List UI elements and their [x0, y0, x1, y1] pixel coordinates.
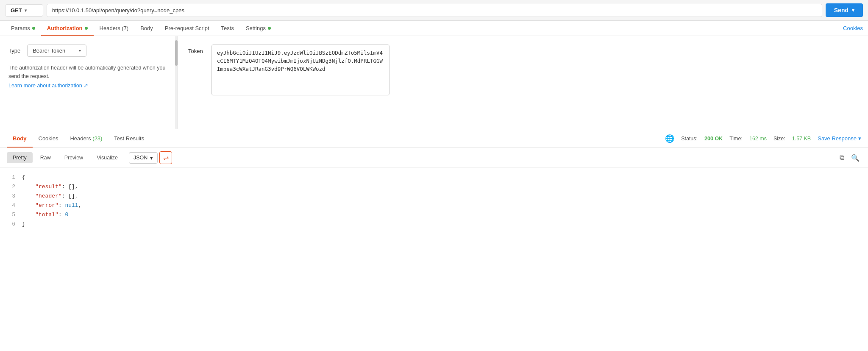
- code-line-1: 1 {: [7, 173, 861, 182]
- tab-settings-label: Settings: [246, 25, 266, 31]
- code-line-2: 2 "result": [],: [7, 182, 861, 192]
- resp-tab-body-label: Body: [13, 135, 27, 142]
- resp-tab-test-results-label: Test Results: [114, 135, 144, 142]
- tab-tests-label: Tests: [221, 25, 234, 31]
- code-line-4: 4 "error": null,: [7, 201, 861, 210]
- tab-body[interactable]: Body: [134, 21, 159, 36]
- save-response-chevron-icon: ▾: [858, 135, 861, 142]
- bearer-token-dropdown[interactable]: Bearer Token ▾: [27, 45, 86, 57]
- pretty-btn[interactable]: Pretty: [7, 152, 33, 163]
- visualize-btn[interactable]: Visualize: [91, 152, 124, 163]
- raw-btn[interactable]: Raw: [34, 152, 57, 163]
- bearer-chevron-icon: ▾: [79, 48, 81, 53]
- auth-right-panel: Token eyJhbGciOiJIUzI1NiJ9.eyJzdWliOiJBS…: [178, 36, 868, 129]
- auth-description: The authorization header will be automat…: [8, 64, 169, 81]
- left-scrollthumb[interactable]: [175, 40, 178, 66]
- status-label: Status:: [681, 136, 698, 142]
- format-chevron-icon: ▾: [150, 155, 153, 161]
- code-area[interactable]: 1 { 2 "result": [], 3 "header": [], 4 "e…: [0, 168, 868, 234]
- send-button[interactable]: Send ▾: [826, 3, 863, 17]
- resp-tab-cookies-label: Cookies: [39, 135, 58, 142]
- time-label: Time:: [729, 136, 743, 142]
- resp-tab-test-results[interactable]: Test Results: [108, 133, 150, 144]
- method-chevron-icon: ▾: [25, 8, 27, 13]
- send-chevron-icon: ▾: [852, 8, 854, 13]
- url-bar: GET ▾ Send ▾: [0, 0, 868, 21]
- save-response-label: Save Response: [818, 135, 857, 142]
- left-scrolltrack: [175, 36, 178, 129]
- type-label: Type: [8, 47, 20, 54]
- resp-tab-headers-label: Headers (23): [70, 135, 102, 142]
- tab-authorization-label: Authorization: [47, 25, 83, 31]
- resp-tab-headers[interactable]: Headers (23): [64, 133, 108, 144]
- code-line-6: 6 }: [7, 220, 861, 229]
- tab-params[interactable]: Params: [5, 21, 41, 36]
- auth-left-panel: Type Bearer Token ▾ The authorization he…: [0, 36, 178, 129]
- response-section: Body Cookies Headers (23) Test Results 🌐…: [0, 129, 868, 234]
- request-tabs-bar: Params Authorization Headers (7) Body Pr…: [0, 21, 868, 36]
- params-dot: [32, 27, 35, 30]
- format-dropdown[interactable]: JSON ▾: [129, 152, 158, 164]
- send-label: Send: [834, 7, 849, 14]
- response-header-bar: Body Cookies Headers (23) Test Results 🌐…: [0, 129, 868, 148]
- resp-tab-body[interactable]: Body: [7, 133, 33, 144]
- tab-headers[interactable]: Headers (7): [94, 21, 135, 36]
- settings-dot: [268, 27, 271, 30]
- tab-settings[interactable]: Settings: [240, 21, 277, 36]
- token-row: Token eyJhbGciOiJIUzI1NiJ9.eyJzdWliOiJBS…: [188, 45, 858, 95]
- method-dropdown[interactable]: GET ▾: [5, 4, 43, 17]
- code-line-5: 5 "total": 0: [7, 210, 861, 220]
- search-icon[interactable]: 🔍: [849, 152, 861, 164]
- authorization-dot: [85, 27, 88, 30]
- resp-tab-cookies[interactable]: Cookies: [33, 133, 64, 144]
- preview-btn[interactable]: Preview: [58, 152, 89, 163]
- cookies-link[interactable]: Cookies: [843, 21, 863, 36]
- tab-tests[interactable]: Tests: [215, 21, 240, 36]
- learn-more-link[interactable]: Learn more about authorization ↗: [8, 83, 88, 89]
- tab-headers-label: Headers (7): [100, 25, 129, 31]
- tab-prerequest[interactable]: Pre-request Script: [159, 21, 215, 36]
- method-label: GET: [11, 7, 22, 14]
- format-label: JSON: [134, 155, 147, 161]
- time-value: 162 ms: [749, 136, 767, 142]
- type-row: Type Bearer Token ▾: [8, 45, 169, 57]
- url-input[interactable]: [47, 4, 822, 17]
- save-response-button[interactable]: Save Response ▾: [818, 135, 861, 142]
- status-info: 🌐 Status: 200 OK Time: 162 ms Size: 1.57…: [665, 134, 861, 143]
- tab-body-label: Body: [140, 25, 153, 31]
- code-toolbar: Pretty Raw Preview Visualize JSON ▾ ⇌ ⧉ …: [0, 148, 868, 168]
- code-line-3: 3 "header": [],: [7, 192, 861, 201]
- status-value: 200 OK: [704, 136, 723, 142]
- size-value: 1.57 KB: [792, 136, 811, 142]
- main-content: Type Bearer Token ▾ The authorization he…: [0, 36, 868, 129]
- token-input[interactable]: eyJhbGciOiJIUzI1NiJ9.eyJzdWliOiJBSzEODdm…: [211, 45, 389, 95]
- tab-authorization[interactable]: Authorization: [41, 21, 94, 36]
- copy-icon[interactable]: ⧉: [836, 152, 848, 164]
- tab-prerequest-label: Pre-request Script: [165, 25, 209, 31]
- wrap-button[interactable]: ⇌: [159, 151, 172, 164]
- response-tabs: Body Cookies Headers (23) Test Results: [7, 133, 150, 144]
- size-label: Size:: [773, 136, 785, 142]
- token-label: Token: [188, 48, 203, 54]
- tab-params-label: Params: [11, 25, 30, 31]
- bearer-token-label: Bearer Token: [33, 47, 65, 54]
- globe-icon: 🌐: [665, 134, 674, 143]
